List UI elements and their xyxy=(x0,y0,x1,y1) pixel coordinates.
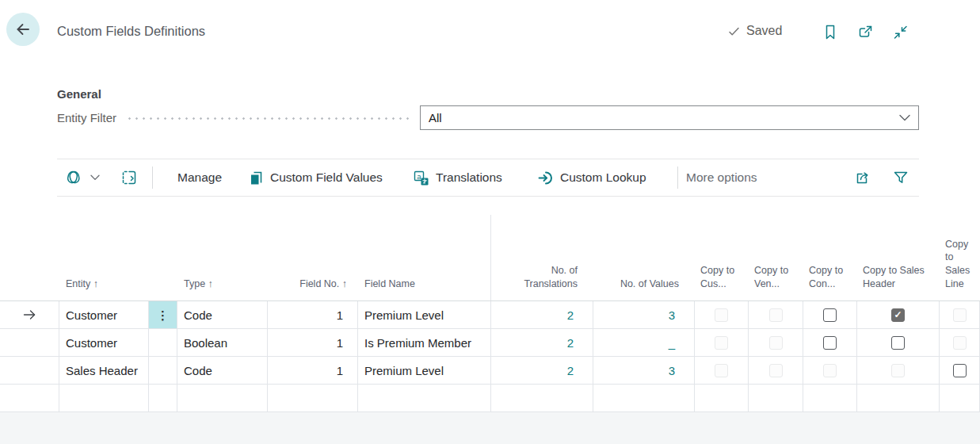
empty-cell xyxy=(268,385,358,411)
kebab-vertical-icon: ⋮ xyxy=(157,309,169,321)
bookmark-button[interactable] xyxy=(821,22,840,41)
checkbox-cell: ✓ xyxy=(857,329,940,356)
field-name-cell[interactable]: Premium Level xyxy=(358,357,491,384)
custom-lookup-button[interactable]: Custom Lookup xyxy=(537,159,646,196)
manage-label: Manage xyxy=(177,170,222,185)
column-header-row-menu xyxy=(149,215,177,300)
arrow-into-circle-icon xyxy=(537,170,554,186)
custom-field-values-button[interactable]: Custom Field Values xyxy=(248,159,383,196)
copy-to-sales-header-checkbox[interactable]: ✓ xyxy=(891,308,905,322)
row-menu-cell xyxy=(149,357,177,384)
popup-icon xyxy=(857,24,874,40)
back-button[interactable] xyxy=(6,13,40,46)
empty-cell xyxy=(59,385,149,411)
copy-to-sales-header-checkbox[interactable]: ✓ xyxy=(891,336,905,350)
entity-filter-row: Entity Filter All xyxy=(57,105,919,130)
no-of-translations-link[interactable]: 2 xyxy=(491,357,593,384)
column-header-copy-to-customer[interactable]: Copy to Cus... xyxy=(695,215,749,300)
field-no-cell[interactable]: 1 xyxy=(268,357,358,384)
column-header-field-no[interactable]: Field No. ↑ xyxy=(268,215,358,300)
copy-to-contact-checkbox[interactable]: ✓ xyxy=(823,336,837,350)
checkbox-cell: ✓ xyxy=(803,301,857,328)
no-of-values-link[interactable]: 3 xyxy=(593,301,695,328)
bookmark-icon xyxy=(823,24,837,40)
collapse-button[interactable] xyxy=(890,22,909,41)
field-name-cell[interactable]: Is Premium Member xyxy=(358,329,491,356)
empty-cell xyxy=(177,385,268,411)
row-menu-cell xyxy=(149,329,177,356)
copilot-button[interactable] xyxy=(63,159,100,196)
entity-cell[interactable]: Sales Header xyxy=(59,357,149,384)
checkbox-cell: ✓ xyxy=(857,301,940,328)
field-no-cell[interactable]: 1 xyxy=(268,329,358,356)
checkbox-cell: ✓ xyxy=(695,357,749,384)
table-row: Customer Boolean 1 Is Premium Member 2 _… xyxy=(0,329,980,357)
table-row: Customer ⋮ Code 1 Premium Level 2 3 ✓ ✓ … xyxy=(0,301,980,329)
copy-to-vendor-checkbox: ✓ xyxy=(769,308,783,322)
more-options-button[interactable]: More options xyxy=(686,159,757,196)
arrow-left-icon xyxy=(13,20,32,39)
entity-filter-label: Entity Filter xyxy=(57,111,116,124)
copy-to-customer-checkbox: ✓ xyxy=(715,336,728,350)
field-no-cell[interactable]: 1 xyxy=(268,301,358,328)
checkbox-cell: ✓ xyxy=(749,329,803,356)
chevron-down-icon xyxy=(90,174,100,181)
column-header-copy-to-contact[interactable]: Copy to Con... xyxy=(803,215,857,300)
share-icon xyxy=(854,169,871,186)
entity-cell[interactable]: Customer xyxy=(59,329,149,356)
open-in-new-window-button[interactable] xyxy=(856,22,875,41)
copy-to-sales-line-checkbox[interactable]: ✓ xyxy=(953,364,967,377)
checkbox-cell: ✓ xyxy=(695,301,749,328)
column-header-selector xyxy=(0,215,59,300)
column-header-copy-to-sales-line[interactable]: Copy to Sales Line xyxy=(940,215,980,300)
no-of-values-link[interactable]: _ xyxy=(593,329,695,356)
custom-lookup-label: Custom Lookup xyxy=(560,170,646,185)
copy-to-sales-line-checkbox: ✓ xyxy=(953,308,967,322)
entity-cell[interactable]: Customer xyxy=(59,301,149,328)
copy-to-customer-checkbox: ✓ xyxy=(715,364,728,377)
share-button[interactable] xyxy=(854,159,871,196)
type-cell[interactable]: Boolean xyxy=(177,329,268,356)
column-header-no-of-translations[interactable]: No. of Translations xyxy=(491,215,593,300)
row-menu-button[interactable]: ⋮ xyxy=(149,301,177,328)
entity-filter-select[interactable]: All xyxy=(420,105,919,130)
copy-to-contact-checkbox: ✓ xyxy=(823,364,837,377)
no-of-translations-link[interactable]: 2 xyxy=(491,301,593,328)
selected-row-arrow-icon xyxy=(22,309,36,320)
layout-toggle-icon xyxy=(120,169,138,186)
action-bar: Manage Custom Field Values a Translatio xyxy=(57,159,919,197)
field-name-cell[interactable]: Premium Level xyxy=(358,301,491,328)
table-header-row: Entity ↑ Type ↑ Field No. ↑ Field Name N… xyxy=(0,215,980,301)
empty-cell xyxy=(0,385,59,411)
empty-cell xyxy=(593,385,695,411)
checkbox-cell: ✓ xyxy=(940,329,980,356)
type-cell[interactable]: Code xyxy=(177,357,268,384)
copy-to-contact-checkbox[interactable]: ✓ xyxy=(823,308,837,322)
empty-cell xyxy=(803,385,857,411)
empty-cell xyxy=(491,385,593,411)
column-header-copy-to-sales-header[interactable]: Copy to Sales Header xyxy=(857,215,940,300)
no-of-translations-link[interactable]: 2 xyxy=(491,329,593,356)
translations-button[interactable]: a Translations xyxy=(413,159,502,196)
no-of-values-link[interactable]: 3 xyxy=(593,357,695,384)
page-background xyxy=(0,412,980,444)
manage-button[interactable]: Manage xyxy=(177,159,222,196)
column-header-type[interactable]: Type ↑ xyxy=(177,215,268,300)
column-header-no-of-values[interactable]: No. of Values xyxy=(593,215,695,300)
analyze-toggle-button[interactable] xyxy=(120,159,138,196)
filter-button[interactable] xyxy=(892,159,909,196)
column-header-copy-to-vendor[interactable]: Copy to Ven... xyxy=(749,215,803,300)
save-status-label: Saved xyxy=(746,24,782,38)
checkbox-cell: ✓ xyxy=(695,329,749,356)
stacked-pages-icon xyxy=(248,170,264,186)
column-header-field-name[interactable]: Field Name xyxy=(358,215,491,300)
column-header-entity[interactable]: Entity ↑ xyxy=(59,215,149,300)
page-title: Custom Fields Definitions xyxy=(57,24,205,39)
type-cell[interactable]: Code xyxy=(177,301,268,328)
save-status: Saved xyxy=(727,24,782,38)
custom-field-values-label: Custom Field Values xyxy=(270,170,383,185)
checkbox-cell: ✓ xyxy=(803,329,857,356)
table-row: Sales Header Code 1 Premium Level 2 3 ✓ … xyxy=(0,357,980,385)
collapse-arrows-icon xyxy=(892,24,909,40)
general-section-title: General xyxy=(57,87,101,101)
